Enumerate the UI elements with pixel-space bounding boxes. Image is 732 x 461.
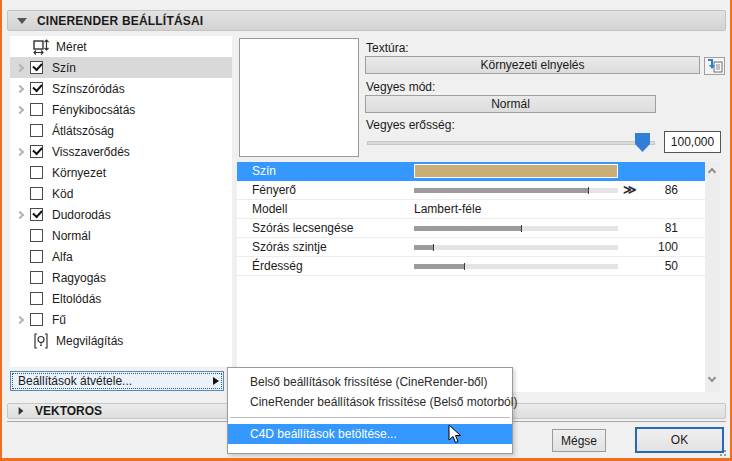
tree-item-label: Eltolódás xyxy=(52,292,101,306)
property-value: 86 xyxy=(618,183,678,197)
ok-button[interactable]: OK xyxy=(635,427,724,453)
checkbox-atlatszosag[interactable] xyxy=(30,124,43,137)
tree-item-label: Megvilágítás xyxy=(56,334,123,348)
property-value: 100 xyxy=(618,240,678,254)
checkbox-kornyezet[interactable] xyxy=(30,166,43,179)
scroll-down-icon[interactable] xyxy=(709,375,716,382)
checkbox-eltolodas[interactable] xyxy=(30,292,43,305)
tree-item-normal[interactable]: Normál xyxy=(10,225,232,246)
texture-browse-button[interactable] xyxy=(704,57,725,75)
property-list: SzínFényerő≫86ModellLambert-féleSzórás l… xyxy=(237,162,705,392)
property-label: Modell xyxy=(252,202,287,216)
property-slider[interactable] xyxy=(414,264,618,269)
cinerender-settings-dialog: CINERENDER BEÁLLÍTÁSAI MéretSzínSzínszór… xyxy=(0,0,732,461)
tree-item-megvilagitas[interactable]: Megvilágítás xyxy=(10,330,232,351)
property-label: Szórás szintje xyxy=(252,240,327,254)
tree-item-fenykibocsatas[interactable]: Fénykibocsátás xyxy=(10,99,232,120)
tree-item-kod[interactable]: Köd xyxy=(10,183,232,204)
expand-chevron-icon[interactable] xyxy=(10,317,30,323)
tree-item-szin[interactable]: Szín xyxy=(10,57,232,78)
property-slider[interactable] xyxy=(414,226,618,231)
blend-strength-slider[interactable] xyxy=(367,141,655,145)
tree-item-label: Dudorodás xyxy=(52,208,111,222)
tree-item-meret[interactable]: Méret xyxy=(10,36,232,57)
blend-strength-slider-handle[interactable] xyxy=(635,133,650,152)
tree-item-visszaverodes[interactable]: Visszaverődés xyxy=(10,141,232,162)
tree-item-label: Átlátszóság xyxy=(52,124,114,138)
checkbox-alfa[interactable] xyxy=(30,250,43,263)
property-row-szin[interactable]: Szín xyxy=(237,162,705,181)
collapse-arrow-icon xyxy=(17,18,27,24)
checkbox-szinszorodas[interactable] xyxy=(30,82,43,95)
menu-item-c4d-beallitasok-betoltese[interactable]: C4D beállítások betöltése... xyxy=(228,424,512,444)
checkbox-dudorodas[interactable] xyxy=(30,208,43,221)
checkbox-kod[interactable] xyxy=(30,187,43,200)
blend-strength-value-field[interactable]: 100,000 xyxy=(664,131,721,153)
tree-item-fu[interactable]: Fű xyxy=(10,309,232,330)
mouse-cursor xyxy=(448,424,462,445)
property-row-erdesseg[interactable]: Érdesség50 xyxy=(237,257,705,276)
slider-thumb[interactable] xyxy=(464,263,465,270)
property-value: 50 xyxy=(618,259,678,273)
submenu-arrow-icon xyxy=(213,377,219,385)
slider-thumb[interactable] xyxy=(521,225,522,232)
property-row-szoras-szintje[interactable]: Szórás szintje100 xyxy=(237,238,705,257)
tree-item-label: Méret xyxy=(56,40,87,54)
property-slider[interactable] xyxy=(414,188,618,193)
size-icon xyxy=(30,39,52,55)
material-preview[interactable] xyxy=(239,38,359,157)
resize-grip[interactable] xyxy=(714,444,726,456)
lightbulb-icon xyxy=(30,333,52,349)
texture-browse-icon xyxy=(707,59,723,73)
checkbox-visszaverodes[interactable] xyxy=(30,145,43,158)
tree-item-label: Alfa xyxy=(52,250,73,264)
expand-arrow-icon xyxy=(19,407,24,415)
slider-thumb[interactable] xyxy=(433,244,434,251)
expand-chevron-icon[interactable] xyxy=(10,107,30,113)
texture-label: Textúra: xyxy=(366,41,409,55)
tree-item-label: Ragyogás xyxy=(52,271,106,285)
transfer-settings-button[interactable]: Beállítások átvétele... xyxy=(10,371,224,391)
menu-separator xyxy=(230,417,510,418)
slider-thumb[interactable] xyxy=(588,187,589,194)
tree-item-kornyezet[interactable]: Környezet xyxy=(10,162,232,183)
checkbox-fenykibocsatas[interactable] xyxy=(30,103,43,116)
color-swatch[interactable] xyxy=(414,164,618,178)
checkbox-normal[interactable] xyxy=(30,229,43,242)
expand-chevron-icon[interactable] xyxy=(10,212,30,218)
tree-item-eltolodas[interactable]: Eltolódás xyxy=(10,288,232,309)
tree-item-szinszorodas[interactable]: Színszóródás xyxy=(10,78,232,99)
property-row-szoras-lecsengese[interactable]: Szórás lecsengése81 xyxy=(237,219,705,238)
tree-item-label: Fénykibocsátás xyxy=(52,103,135,117)
tree-item-label: Visszaverődés xyxy=(52,145,130,159)
checkbox-ragyogas[interactable] xyxy=(30,271,43,284)
tree-item-ragyogas[interactable]: Ragyogás xyxy=(10,267,232,288)
menu-item-cinerender-beallitasok-frissitese-belso-motorbol[interactable]: CineRender beállítások frissítése (Belső… xyxy=(228,392,512,412)
expand-chevron-icon[interactable] xyxy=(10,86,30,92)
menu-item-belso-beallitasok-frissitese-cinerender-bol[interactable]: Belső beállítások frissítése (CineRender… xyxy=(228,372,512,392)
tree-item-alfa[interactable]: Alfa xyxy=(10,246,232,267)
expand-chevron-icon[interactable] xyxy=(10,65,30,71)
transfer-settings-label: Beállítások átvétele... xyxy=(18,374,132,388)
property-list-scrollbar[interactable] xyxy=(705,162,720,392)
vectors-title: VEKTOROS xyxy=(35,404,102,418)
section-header-cinerender[interactable]: CINERENDER BEÁLLÍTÁSAI xyxy=(7,10,726,31)
checkbox-fu[interactable] xyxy=(30,313,43,326)
property-slider[interactable] xyxy=(414,245,618,250)
scroll-up-icon[interactable] xyxy=(709,169,716,176)
expand-chevron-icon[interactable] xyxy=(10,149,30,155)
property-row-modell[interactable]: ModellLambert-féle xyxy=(237,200,705,219)
section-title: CINERENDER BEÁLLÍTÁSAI xyxy=(37,14,203,28)
property-value: 81 xyxy=(618,221,678,235)
checkbox-szin[interactable] xyxy=(30,61,43,74)
tree-item-label: Normál xyxy=(52,229,91,243)
tree-item-dudorodas[interactable]: Dudorodás xyxy=(10,204,232,225)
tree-item-label: Környezet xyxy=(52,166,106,180)
blend-mode-button[interactable]: Normál xyxy=(365,95,656,113)
cancel-button[interactable]: Mégse xyxy=(552,429,606,452)
texture-button[interactable]: Környezeti elnyelés xyxy=(365,56,700,74)
property-row-fenyero[interactable]: Fényerő≫86 xyxy=(237,181,705,200)
tree-item-label: Köd xyxy=(52,187,73,201)
tree-item-atlatszosag[interactable]: Átlátszóság xyxy=(10,120,232,141)
property-text-value[interactable]: Lambert-féle xyxy=(414,202,481,216)
